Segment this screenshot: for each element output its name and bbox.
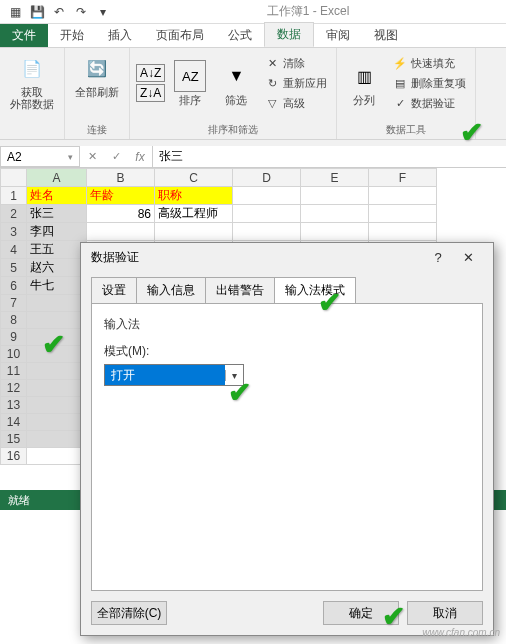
cell[interactable]: 姓名 — [27, 187, 87, 205]
row-header[interactable]: 16 — [1, 448, 27, 465]
row-header[interactable]: 6 — [1, 277, 27, 295]
datatools-group-label: 数据工具 — [386, 121, 426, 139]
cell[interactable]: 张三 — [27, 205, 87, 223]
column-header[interactable]: C — [155, 169, 233, 187]
row-header[interactable]: 3 — [1, 223, 27, 241]
row-header[interactable]: 2 — [1, 205, 27, 223]
namebox-dropdown-icon[interactable]: ▾ — [68, 152, 73, 162]
cell[interactable]: 王五 — [27, 241, 87, 259]
cell[interactable] — [233, 187, 301, 205]
dialog-tab-ime-mode[interactable]: 输入法模式 — [274, 277, 356, 303]
advanced-filter-button[interactable]: ▽高级 — [261, 94, 330, 112]
cancel-button[interactable]: 取消 — [407, 601, 483, 625]
cell[interactable] — [233, 223, 301, 241]
dialog-help-icon[interactable]: ? — [423, 250, 453, 265]
cell[interactable] — [27, 312, 87, 329]
column-header[interactable]: A — [27, 169, 87, 187]
cell[interactable] — [301, 205, 369, 223]
cell[interactable] — [27, 380, 87, 397]
row-header[interactable]: 9 — [1, 329, 27, 346]
cell[interactable] — [27, 363, 87, 380]
sort-az-icon[interactable]: A↓Z — [136, 64, 165, 82]
sort-za-icon[interactable]: Z↓A — [136, 84, 165, 102]
get-external-data-button[interactable]: 📄 获取 外部数据 — [6, 50, 58, 112]
row-header[interactable]: 10 — [1, 346, 27, 363]
cell[interactable]: 年龄 — [87, 187, 155, 205]
cell[interactable]: 86 — [87, 205, 155, 223]
tab-view[interactable]: 视图 — [362, 24, 410, 47]
dialog-tab-error-alert[interactable]: 出错警告 — [205, 277, 275, 303]
dialog-tab-settings[interactable]: 设置 — [91, 277, 137, 303]
cell[interactable] — [27, 448, 87, 465]
remove-duplicates-button[interactable]: ▤删除重复项 — [389, 74, 469, 92]
redo-icon[interactable]: ↷ — [70, 2, 92, 22]
clear-filter-button[interactable]: ✕清除 — [261, 54, 330, 72]
tab-file[interactable]: 文件 — [0, 24, 48, 47]
qat-dropdown-icon[interactable]: ▾ — [92, 2, 114, 22]
cell[interactable] — [27, 397, 87, 414]
fx-icon[interactable]: fx — [128, 150, 152, 164]
row-header[interactable]: 1 — [1, 187, 27, 205]
row-header[interactable]: 8 — [1, 312, 27, 329]
cell[interactable] — [233, 205, 301, 223]
cell[interactable]: 职称 — [155, 187, 233, 205]
tab-data[interactable]: 数据 — [264, 22, 314, 47]
data-validation-button[interactable]: ✓数据验证 — [389, 94, 469, 112]
cell[interactable] — [155, 223, 233, 241]
name-box[interactable]: A2 ▾ — [0, 146, 80, 167]
tab-home[interactable]: 开始 — [48, 24, 96, 47]
cell[interactable] — [27, 295, 87, 312]
row-header[interactable]: 12 — [1, 380, 27, 397]
tab-formulas[interactable]: 公式 — [216, 24, 264, 47]
status-text: 就绪 — [8, 494, 30, 506]
remove-dup-icon: ▤ — [392, 75, 408, 91]
column-header[interactable]: F — [369, 169, 437, 187]
formula-input[interactable]: 张三 — [152, 146, 506, 167]
data-validation-icon: ✓ — [392, 95, 408, 111]
text-to-columns-button[interactable]: ▥ 分列 — [343, 58, 385, 108]
tab-pagelayout[interactable]: 页面布局 — [144, 24, 216, 47]
chevron-down-icon[interactable]: ▾ — [225, 370, 243, 381]
cell[interactable] — [27, 414, 87, 431]
ok-button[interactable]: 确定 — [323, 601, 399, 625]
refresh-icon: 🔄 — [81, 52, 113, 84]
dialog-tab-input-message[interactable]: 输入信息 — [136, 277, 206, 303]
row-header[interactable]: 15 — [1, 431, 27, 448]
dialog-close-icon[interactable]: ✕ — [453, 250, 483, 265]
tab-review[interactable]: 审阅 — [314, 24, 362, 47]
row-header[interactable]: 11 — [1, 363, 27, 380]
cell[interactable]: 牛七 — [27, 277, 87, 295]
column-header[interactable]: E — [301, 169, 369, 187]
column-header[interactable]: D — [233, 169, 301, 187]
cell[interactable] — [301, 223, 369, 241]
refresh-all-button[interactable]: 🔄 全部刷新 — [71, 50, 123, 100]
row-header[interactable]: 14 — [1, 414, 27, 431]
undo-icon[interactable]: ↶ — [48, 2, 70, 22]
cell[interactable] — [87, 223, 155, 241]
column-header[interactable]: B — [87, 169, 155, 187]
cell[interactable] — [369, 205, 437, 223]
cell[interactable] — [369, 187, 437, 205]
connections-group-label: 连接 — [87, 121, 107, 139]
row-header[interactable]: 4 — [1, 241, 27, 259]
flash-fill-button[interactable]: ⚡快速填充 — [389, 54, 469, 72]
mode-select[interactable]: 打开 ▾ — [104, 364, 244, 386]
data-validation-dialog: 数据验证 ? ✕ 设置 输入信息 出错警告 输入法模式 输入法 模式(M): 打… — [80, 242, 494, 636]
cell[interactable] — [301, 187, 369, 205]
cell[interactable]: 李四 — [27, 223, 87, 241]
cell[interactable] — [369, 223, 437, 241]
cell[interactable] — [27, 346, 87, 363]
cell[interactable]: 赵六 — [27, 259, 87, 277]
row-header[interactable]: 13 — [1, 397, 27, 414]
save-icon[interactable]: 💾 — [26, 2, 48, 22]
tab-insert[interactable]: 插入 — [96, 24, 144, 47]
row-header[interactable]: 7 — [1, 295, 27, 312]
clear-all-button[interactable]: 全部清除(C) — [91, 601, 167, 625]
cell[interactable] — [27, 329, 87, 346]
cell[interactable]: 高级工程师 — [155, 205, 233, 223]
sort-button[interactable]: AZ 排序 — [169, 58, 211, 108]
row-header[interactable]: 5 — [1, 259, 27, 277]
filter-button[interactable]: ▼ 筛选 — [215, 58, 257, 108]
cell[interactable] — [27, 431, 87, 448]
reapply-button[interactable]: ↻重新应用 — [261, 74, 330, 92]
